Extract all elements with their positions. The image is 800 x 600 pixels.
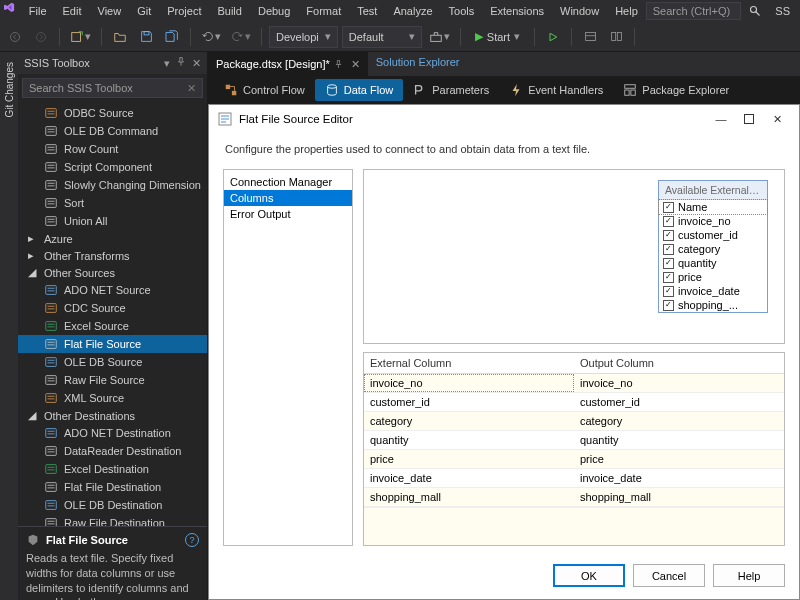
- toolbox-search-clear-icon[interactable]: ✕: [187, 82, 196, 95]
- grid-row[interactable]: shopping_mallshopping_mall: [364, 488, 784, 507]
- toolbox-item[interactable]: Slowly Changing Dimension: [18, 176, 207, 194]
- maximize-button[interactable]: [735, 108, 763, 130]
- deploy-button[interactable]: ▾: [426, 26, 453, 48]
- available-column-row[interactable]: ✓price: [659, 270, 767, 284]
- available-column-row[interactable]: ✓Name: [659, 200, 767, 214]
- checkbox-icon[interactable]: ✓: [663, 230, 674, 241]
- menu-build[interactable]: Build: [209, 2, 249, 20]
- toolbox-item[interactable]: ODBC Source: [18, 104, 207, 122]
- search-icon[interactable]: [749, 5, 761, 17]
- toolbox-item[interactable]: Raw File Source: [18, 371, 207, 389]
- nav-back-button[interactable]: [4, 26, 26, 48]
- menu-test[interactable]: Test: [349, 2, 385, 20]
- toolbox-pin-icon[interactable]: [176, 57, 186, 70]
- help-button[interactable]: Help: [713, 564, 785, 587]
- cancel-button[interactable]: Cancel: [633, 564, 705, 587]
- grid-row[interactable]: invoice_noinvoice_no: [364, 374, 784, 393]
- save-button[interactable]: [135, 26, 157, 48]
- help-icon[interactable]: ?: [185, 533, 199, 547]
- menu-tools[interactable]: Tools: [441, 2, 483, 20]
- toolbox-close-icon[interactable]: ✕: [192, 57, 201, 70]
- config-dropdown[interactable]: Developi▾: [269, 26, 338, 48]
- grid-row[interactable]: quantityquantity: [364, 431, 784, 450]
- toolbox-search-input[interactable]: Search SSIS Toolbox ✕: [22, 78, 203, 98]
- ok-button[interactable]: OK: [553, 564, 625, 587]
- grid-row[interactable]: invoice_dateinvoice_date: [364, 469, 784, 488]
- open-button[interactable]: [109, 26, 131, 48]
- toolbox-category[interactable]: ◢Other Sources: [18, 264, 207, 281]
- tb-extra1-button[interactable]: [579, 26, 601, 48]
- menu-view[interactable]: View: [90, 2, 130, 20]
- designer-tab-package-explorer[interactable]: Package Explorer: [613, 79, 739, 101]
- designer-tab-parameters[interactable]: Parameters: [403, 79, 499, 101]
- menu-file[interactable]: File: [21, 2, 55, 20]
- nav-fwd-button[interactable]: [30, 26, 52, 48]
- git-changes-tab[interactable]: Git Changes: [4, 58, 15, 122]
- menu-window[interactable]: Window: [552, 2, 607, 20]
- checkbox-icon[interactable]: ✓: [663, 300, 674, 311]
- designer-tab-event-handlers[interactable]: Event Handlers: [499, 79, 613, 101]
- search-input[interactable]: Search (Ctrl+Q): [646, 2, 742, 20]
- available-column-row[interactable]: ✓invoice_date: [659, 284, 767, 298]
- toolbox-item[interactable]: Sort: [18, 194, 207, 212]
- toolbox-item[interactable]: OLE DB Source: [18, 353, 207, 371]
- toolbox-item[interactable]: Row Count: [18, 140, 207, 158]
- menu-analyze[interactable]: Analyze: [385, 2, 440, 20]
- toolbox-item[interactable]: CDC Source: [18, 299, 207, 317]
- toolbox-item[interactable]: OLE DB Command: [18, 122, 207, 140]
- checkbox-icon[interactable]: ✓: [663, 216, 674, 227]
- platform-dropdown[interactable]: Default▾: [342, 26, 422, 48]
- menu-help[interactable]: Help: [607, 2, 646, 20]
- checkbox-icon[interactable]: ✓: [663, 286, 674, 297]
- toolbox-category[interactable]: ▸Azure: [18, 230, 207, 247]
- grid-row[interactable]: customer_idcustomer_id: [364, 393, 784, 412]
- toolbox-item[interactable]: Script Component: [18, 158, 207, 176]
- minimize-button[interactable]: —: [707, 108, 735, 130]
- toolbox-item[interactable]: DataReader Destination: [18, 442, 207, 460]
- available-column-row[interactable]: ✓customer_id: [659, 228, 767, 242]
- toolbox-item[interactable]: ADO NET Source: [18, 281, 207, 299]
- grid-header-output[interactable]: Output Column: [574, 353, 784, 373]
- redo-button[interactable]: ▾: [228, 26, 254, 48]
- solution-explorer-link[interactable]: Solution Explorer: [368, 52, 468, 76]
- available-column-row[interactable]: ✓quantity: [659, 256, 767, 270]
- toolbox-item[interactable]: XML Source: [18, 389, 207, 407]
- available-column-row[interactable]: ✓category: [659, 242, 767, 256]
- checkbox-icon[interactable]: ✓: [663, 244, 674, 255]
- toolbox-category[interactable]: ◢Other Destinations: [18, 407, 207, 424]
- toolbox-item[interactable]: Raw File Destination: [18, 514, 207, 526]
- available-columns-header[interactable]: Available External Col...: [659, 181, 767, 200]
- checkbox-icon[interactable]: ✓: [663, 202, 674, 213]
- checkbox-icon[interactable]: ✓: [663, 272, 674, 283]
- designer-tab-control-flow[interactable]: Control Flow: [214, 79, 315, 101]
- toolbox-item[interactable]: Union All: [18, 212, 207, 230]
- menu-git[interactable]: Git: [129, 2, 159, 20]
- toolbox-item[interactable]: Flat File Destination: [18, 478, 207, 496]
- start-without-debug-button[interactable]: [542, 26, 564, 48]
- checkbox-icon[interactable]: ✓: [663, 258, 674, 269]
- tab-close-icon[interactable]: ✕: [351, 58, 360, 71]
- toolbox-item[interactable]: ADO NET Destination: [18, 424, 207, 442]
- designer-tab-data-flow[interactable]: Data Flow: [315, 79, 404, 101]
- toolbox-item[interactable]: Flat File Source: [18, 335, 207, 353]
- toolbox-item[interactable]: Excel Source: [18, 317, 207, 335]
- grid-header-external[interactable]: External Column: [364, 353, 574, 373]
- grid-row[interactable]: categorycategory: [364, 412, 784, 431]
- new-project-button[interactable]: ▾: [67, 26, 94, 48]
- editor-nav-item[interactable]: Columns: [224, 190, 352, 206]
- toolbox-item[interactable]: Excel Destination: [18, 460, 207, 478]
- menu-extensions[interactable]: Extensions: [482, 2, 552, 20]
- tb-extra2-button[interactable]: [605, 26, 627, 48]
- editor-nav-item[interactable]: Error Output: [224, 206, 352, 222]
- toolbox-item[interactable]: OLE DB Destination: [18, 496, 207, 514]
- menu-edit[interactable]: Edit: [55, 2, 90, 20]
- menu-project[interactable]: Project: [159, 2, 209, 20]
- tab-pin-icon[interactable]: [334, 60, 343, 69]
- toolbox-dropdown-icon[interactable]: ▾: [164, 57, 170, 70]
- save-all-button[interactable]: [161, 26, 183, 48]
- start-button[interactable]: ▶ Start ▾: [468, 26, 527, 48]
- editor-nav-item[interactable]: Connection Manager: [224, 174, 352, 190]
- undo-button[interactable]: ▾: [198, 26, 224, 48]
- menu-debug[interactable]: Debug: [250, 2, 298, 20]
- grid-row[interactable]: priceprice: [364, 450, 784, 469]
